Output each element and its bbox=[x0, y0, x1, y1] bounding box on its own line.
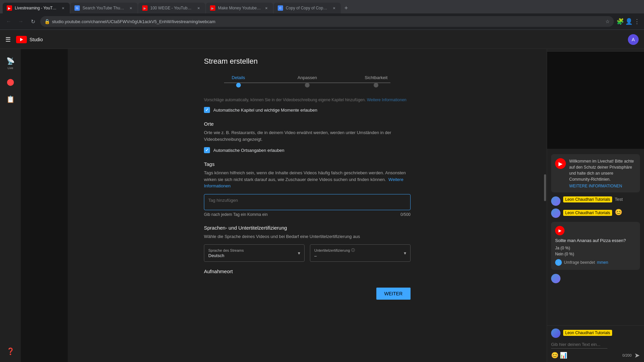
step-sichtbarkeit-label: Sichtbarkeit bbox=[365, 75, 387, 80]
chat-send-button[interactable]: ➤ bbox=[634, 351, 640, 359]
subtitle-dropdown-content: Untertitelzertifizierung ⓘ – bbox=[314, 248, 355, 258]
poll-question: Sollte man Ananas auf Pizza essen? bbox=[555, 238, 636, 243]
back-button[interactable]: ← bbox=[4, 17, 13, 26]
chat-avatar-img-3 bbox=[551, 274, 560, 283]
tab-4[interactable]: ▶ Make Money Youtube Thumb... ✕ bbox=[206, 3, 273, 13]
tags-hint: Gib nach jedem Tag ein Komma ein bbox=[204, 212, 268, 217]
new-tab-button[interactable]: + bbox=[341, 3, 351, 13]
user-avatar[interactable]: A bbox=[628, 34, 639, 45]
tags-input-container[interactable] bbox=[204, 194, 411, 210]
location-title: Aufnahmeort bbox=[204, 268, 411, 274]
poll-icon-btn[interactable]: 📊 bbox=[560, 352, 567, 359]
profile-icon[interactable]: 👤 bbox=[625, 18, 633, 25]
address-bar[interactable]: 🔒 studio.youtube.com/channel/UCta5FWVn0g… bbox=[40, 16, 614, 27]
chapters-info-text: Vorschläge automatically, können Sie in … bbox=[204, 98, 411, 102]
content-wrapper: Stream erstellen Details Anpassen Si bbox=[21, 49, 547, 362]
chat-username-2: Leon Chaudhari Tutorials bbox=[563, 210, 612, 216]
tab-2-close[interactable]: ✕ bbox=[128, 5, 133, 11]
tab-4-close[interactable]: ✕ bbox=[264, 5, 269, 11]
poll-icon: ▶ bbox=[555, 226, 565, 235]
chat-input-container bbox=[551, 341, 640, 349]
chat-input-footer: 😊 📊 0/200 ➤ bbox=[551, 351, 640, 359]
chat-user-row: Leon Chaudhari Tutorials bbox=[551, 328, 640, 338]
tab-1-favicon: ▶ bbox=[7, 5, 12, 11]
subtitle-label: Untertitelzertifizierung ⓘ bbox=[314, 248, 355, 253]
places-section: Orte Orte wie z. B. Restaurants, die in … bbox=[204, 121, 411, 153]
lang-row: Sprache des Streams Deutsch ▾ Untertitel… bbox=[204, 244, 411, 262]
tab-3[interactable]: ▶ 100 WEGE - YouTube Thumbn... ✕ bbox=[138, 3, 205, 13]
forward-button[interactable]: → bbox=[16, 17, 25, 26]
tab-4-favicon: ▶ bbox=[210, 5, 215, 11]
weiter-button[interactable]: WEITER bbox=[376, 288, 411, 300]
tab-5-title: Copy of Copy of Copy of Co... bbox=[286, 6, 329, 10]
youtube-welcome-icon: ▶ bbox=[555, 158, 566, 169]
reload-button[interactable]: ↻ bbox=[28, 17, 38, 26]
sidebar-item-content[interactable]: 📋 bbox=[1, 93, 20, 107]
left-sidebar: 📡 Live ⬤ 📋 ❓ bbox=[0, 49, 21, 362]
chat-avatar-1 bbox=[551, 196, 560, 206]
tags-section: Tags Tags können hilfreich sein, wenn di… bbox=[204, 161, 411, 217]
tab-2[interactable]: G Search YouTube Thumbnail ... ✕ bbox=[70, 3, 138, 13]
youtube-studio-header: ☰ Studio A bbox=[0, 30, 644, 49]
tab-5-favicon: C bbox=[278, 5, 283, 11]
chat-msg-content-1: Leon Chaudhari Tutorials Test bbox=[563, 196, 640, 203]
page-title: Stream erstellen bbox=[204, 57, 411, 66]
chat-username-1: Leon Chaudhari Tutorials bbox=[563, 196, 612, 202]
browser-toolbar: 🧩 👤 ⋮ bbox=[616, 18, 640, 25]
location-section: Aufnahmeort bbox=[204, 268, 411, 274]
sidebar-item-live[interactable]: 📡 Live bbox=[1, 54, 20, 72]
chat-text-input[interactable] bbox=[551, 341, 607, 349]
tab-3-title: 100 WEGE - YouTube Thumbn... bbox=[150, 6, 193, 10]
tags-count: 0/500 bbox=[400, 212, 411, 217]
welcome-content: Willkommen im Livechat! Bitte achte auf … bbox=[569, 158, 636, 188]
tab-3-close[interactable]: ✕ bbox=[196, 5, 201, 11]
tags-input[interactable] bbox=[208, 198, 406, 203]
places-checkbox-label: Automatische Ortsangaben erlauben bbox=[213, 148, 284, 153]
welcome-link[interactable]: WEITERE INFORMATIONEN bbox=[569, 184, 636, 188]
content-icon: 📋 bbox=[6, 95, 15, 103]
address-bar-actions: ☆ bbox=[605, 19, 610, 24]
tags-footer: Gib nach jedem Tag ein Komma ein 0/500 bbox=[204, 212, 411, 217]
language-value: Deutsch bbox=[208, 253, 244, 258]
chat-avatar-2 bbox=[551, 208, 560, 218]
chapters-info-link[interactable]: Weitere Informationen bbox=[367, 98, 407, 102]
chat-send-area: 0/200 ➤ bbox=[622, 351, 640, 359]
tags-title: Tags bbox=[204, 161, 411, 167]
subtitle-info-icon: ⓘ bbox=[351, 248, 355, 253]
language-dropdown[interactable]: Sprache des Streams Deutsch ▾ bbox=[204, 244, 305, 262]
emoji-icon[interactable]: 😊 bbox=[551, 352, 558, 359]
tab-bar: ▶ Livestreaming - YouTube ... ✕ G Search… bbox=[0, 0, 644, 13]
subtitle-desc: Wähle die Sprache deines Videos und bei … bbox=[204, 233, 411, 240]
chapters-checkbox[interactable] bbox=[204, 107, 210, 113]
tab-5-close[interactable]: ✕ bbox=[331, 5, 337, 11]
tab-4-title: Make Money Youtube Thumb... bbox=[218, 6, 261, 10]
sidebar-item-create[interactable]: ⬤ bbox=[1, 75, 20, 90]
chat-panel: Top Chat ▾ ⋮ ▶ Willkommen im Livechat! B… bbox=[547, 30, 644, 362]
subtitle-value: – bbox=[314, 253, 355, 258]
star-icon[interactable]: ☆ bbox=[605, 19, 610, 24]
tab-1[interactable]: ▶ Livestreaming - YouTube ... ✕ bbox=[3, 3, 70, 13]
lock-icon: 🔒 bbox=[44, 19, 50, 24]
youtube-icon bbox=[16, 36, 27, 43]
step-anpassen-dot bbox=[305, 83, 310, 87]
hamburger-menu[interactable]: ☰ bbox=[5, 36, 11, 43]
scrollbar-thumb[interactable] bbox=[544, 174, 546, 201]
tab-2-favicon: G bbox=[74, 5, 80, 11]
chat-avatar-img-1 bbox=[551, 196, 560, 206]
extensions-icon[interactable]: 🧩 bbox=[616, 18, 624, 25]
menu-icon[interactable]: ⋮ bbox=[634, 18, 640, 25]
subtitle-dropdown[interactable]: Untertitelzertifizierung ⓘ – ▾ bbox=[310, 244, 411, 262]
places-checkbox[interactable] bbox=[204, 147, 210, 153]
step-details-dot bbox=[236, 83, 241, 87]
step-details: Details bbox=[204, 75, 273, 87]
form-area: Stream erstellen Details Anpassen Si bbox=[68, 49, 547, 362]
subtitle-section: Sprachen- und Untertitelzertifizierung W… bbox=[204, 225, 411, 262]
language-label: Sprache des Streams bbox=[208, 248, 244, 252]
sidebar-help[interactable]: ❓ bbox=[6, 347, 15, 355]
tab-1-close[interactable]: ✕ bbox=[60, 5, 66, 11]
chat-message-1: Leon Chaudhari Tutorials Test bbox=[547, 195, 644, 207]
live-icon: 📡 bbox=[6, 57, 15, 65]
places-checkbox-row: Automatische Ortsangaben erlauben bbox=[204, 147, 411, 153]
tab-5[interactable]: C Copy of Copy of Copy of Co... ✕ bbox=[274, 3, 341, 13]
chat-input-area: Leon Chaudhari Tutorials 😊 📊 0/200 ➤ bbox=[547, 325, 644, 362]
